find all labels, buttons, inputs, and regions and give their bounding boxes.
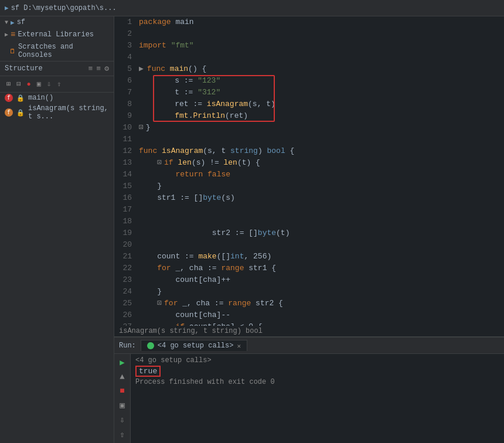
run-panel: Run: <4 go setup calls> ✕ ▶ ▲ ■ ▣ ⇩ ⇧ <4 xyxy=(114,337,504,443)
run-tab[interactable]: <4 go setup calls> ✕ xyxy=(141,340,247,351)
struct-btn-6[interactable]: ⇧ xyxy=(55,79,63,90)
lock-icon-main: 🔒 xyxy=(16,94,25,102)
code-line-6: s := "123" xyxy=(139,75,504,87)
run-tab-close-icon[interactable]: ✕ xyxy=(237,342,241,350)
code-line-4 xyxy=(139,52,504,63)
structure-header: Structure ≡ ≡ ⚙ xyxy=(0,62,114,76)
struct-btn-1[interactable]: ⊞ xyxy=(5,79,12,90)
run-up-btn[interactable]: ▲ xyxy=(120,372,124,381)
code-line-14: return false xyxy=(139,169,504,180)
structure-title: Structure xyxy=(5,64,43,73)
code-line-24: if count[cha] < 0 { xyxy=(139,321,504,326)
run-left-toolbar: ▶ ▲ ■ ▣ ⇩ ⇧ xyxy=(114,354,131,443)
run-btn-5[interactable]: ⇩ xyxy=(120,415,124,425)
struct-btn-3[interactable]: ● xyxy=(25,79,32,90)
code-line-23: count[cha]-- xyxy=(139,309,504,321)
struct-btn-2[interactable]: ⊟ xyxy=(15,79,22,90)
sidebar: ▼ ▶ sf ▶ ≡ External Libraries 🗒 Scratche… xyxy=(0,16,114,443)
editor-area: 1 2 3 4 5 6 7 8 9 10 11 12 13 14 15 16 1 xyxy=(114,16,504,443)
library-icon: ≡ xyxy=(11,30,15,39)
sidebar-item-external-libraries[interactable]: ▶ ≡ External Libraries xyxy=(0,28,114,41)
run-tab-label: <4 go setup calls> xyxy=(158,342,234,350)
structure-gear-icon[interactable]: ⚙ xyxy=(104,64,109,73)
code-line-12: func isAnagram(s, t string) bool { xyxy=(139,145,504,157)
breadcrumb-text: isAnagram(s string, t string) bool xyxy=(119,327,263,335)
run-btn-4[interactable]: ▣ xyxy=(120,400,124,410)
code-line-17: 💡 str2 := []byte(t) xyxy=(139,204,504,251)
structure-toolbar: ⊞ ⊟ ● ▣ ⇩ ⇧ xyxy=(0,76,114,93)
run-process-line: Process finished with exit code 0 xyxy=(135,378,499,386)
code-line-15: } xyxy=(139,180,504,192)
bulb-icon: 💡 xyxy=(137,216,137,227)
code-line-13: ⊡if len(s) != len(t) { xyxy=(139,157,504,169)
code-line-2 xyxy=(139,28,504,40)
code-editor[interactable]: 1 2 3 4 5 6 7 8 9 10 11 12 13 14 15 16 1 xyxy=(114,16,504,326)
code-content: package main import "fmt" ▶func main() {… xyxy=(137,16,504,326)
code-line-1: package main xyxy=(139,16,504,28)
run-true-line: true xyxy=(135,366,499,377)
struct-item-main[interactable]: f 🔒 main() xyxy=(0,93,114,103)
top-bar: ▶ sf D:\mysetup\gopath\s... xyxy=(0,0,504,16)
struct-label-main: main() xyxy=(28,94,53,102)
sidebar-item-label-external: External Libraries xyxy=(18,30,94,39)
struct-label-isanagram: isAnagram(s string, t s... xyxy=(28,104,109,121)
run-header: Run: <4 go setup calls> ✕ xyxy=(114,338,504,354)
run-stop-btn[interactable]: ■ xyxy=(120,386,124,396)
sidebar-item-sf[interactable]: ▼ ▶ sf xyxy=(0,16,114,28)
run-play-btn[interactable]: ▶ xyxy=(120,357,124,367)
code-line-7: t := "312" xyxy=(139,87,504,98)
struct-item-isanagram[interactable]: f 🔒 isAnagram(s string, t s... xyxy=(0,103,114,122)
run-true-box: true xyxy=(135,366,161,377)
run-setup-line: <4 go setup calls> xyxy=(135,356,499,364)
breadcrumb-bar: isAnagram(s string, t string) bool xyxy=(114,326,504,337)
run-icon: ▶ xyxy=(5,4,9,12)
run-btn-6[interactable]: ⇧ xyxy=(120,430,124,439)
struct-btn-4[interactable]: ▣ xyxy=(35,79,43,90)
sidebar-item-scratches-consoles[interactable]: 🗒 Scratches and Consoles xyxy=(0,41,114,61)
code-line-9: fmt.Println(ret) xyxy=(139,110,504,122)
structure-list-icon[interactable]: ≡ xyxy=(88,64,93,73)
run-tab-status-icon xyxy=(147,342,154,349)
scratch-icon: 🗒 xyxy=(9,47,16,55)
code-line-19: for _, cha := range str1 { xyxy=(139,263,504,274)
folder-icon: ▶ xyxy=(11,19,15,26)
code-line-20: count[cha]++ xyxy=(139,274,504,286)
code-line-21: } xyxy=(139,286,504,298)
arrow-icon-ext: ▶ xyxy=(5,31,8,38)
structure-sort-icon[interactable]: ≡ xyxy=(96,64,101,73)
code-line-10: ⊡} xyxy=(139,122,504,134)
struct-badge-red: f xyxy=(5,94,13,102)
code-line-22: ⊡for _, cha := range str2 { xyxy=(139,298,504,309)
code-line-18: count := make([]int, 256) xyxy=(139,251,504,263)
code-line-3: import "fmt" xyxy=(139,40,504,52)
line-numbers: 1 2 3 4 5 6 7 8 9 10 11 12 13 14 15 16 1 xyxy=(114,16,137,326)
sidebar-item-label-sf: sf xyxy=(17,18,25,26)
code-line-11 xyxy=(139,134,504,145)
top-bar-path: sf D:\mysetup\gopath\s... xyxy=(11,4,117,12)
struct-badge-orange: f xyxy=(5,108,13,117)
code-line-5: ▶func main() { xyxy=(139,63,504,75)
sidebar-item-label-scratches: Scratches and Consoles xyxy=(18,43,109,59)
code-line-16: str1 := []byte(s) xyxy=(139,192,504,204)
structure-panel: Structure ≡ ≡ ⚙ ⊞ ⊟ ● ▣ ⇩ ⇧ f 🔒 main() xyxy=(0,61,114,443)
struct-btn-5[interactable]: ⇩ xyxy=(45,79,53,90)
lock-icon-isanagram: 🔒 xyxy=(16,109,25,117)
run-label: Run: xyxy=(119,342,136,350)
run-main-output: <4 go setup calls> true Process finished… xyxy=(131,354,504,443)
arrow-icon: ▼ xyxy=(5,19,8,26)
code-line-8: ret := isAnagram(s, t) xyxy=(139,98,504,110)
